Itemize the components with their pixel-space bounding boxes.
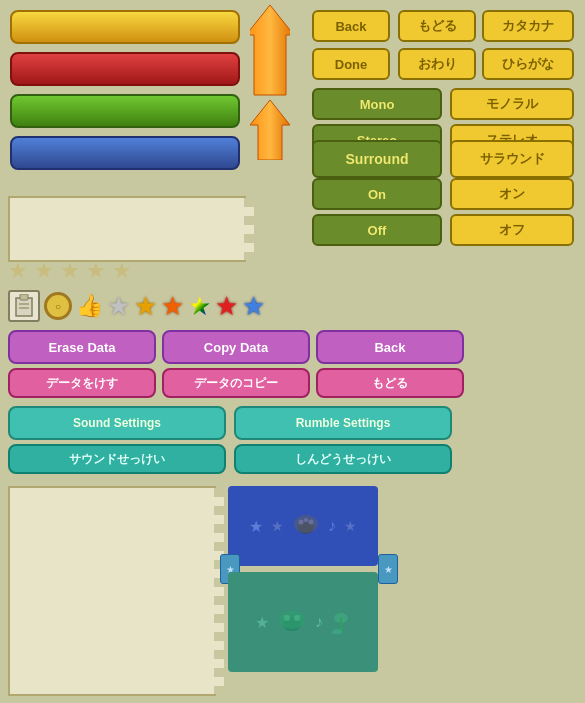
svg-point-10 (304, 518, 308, 522)
stars-row: ★ ★ ★ ★ ★ (8, 258, 132, 284)
notebook-top (8, 196, 246, 262)
thumbup-icon: 👍 (76, 293, 103, 319)
coin-icon: ○ (44, 292, 72, 320)
back-button[interactable]: Back (312, 10, 390, 42)
svg-rect-3 (20, 294, 28, 300)
modoru-button[interactable]: もどる (398, 10, 476, 42)
on-jp-button[interactable]: オン (450, 178, 574, 210)
blue-star-icon: ★ (242, 291, 265, 322)
deco-tab-right: ★ (378, 554, 398, 584)
svg-point-12 (279, 611, 305, 629)
copy-button[interactable]: Copy Data (162, 330, 310, 364)
svg-point-8 (299, 520, 304, 525)
copy-jp-button[interactable]: データのコピー (162, 368, 310, 398)
icons-row: ○ 👍 ★ ★ ★ ★ ★ ★ (8, 290, 265, 322)
erase-jp-button[interactable]: データをけす (8, 368, 156, 398)
back-action-button[interactable]: Back (316, 330, 464, 364)
star-3: ★ (60, 258, 80, 284)
sound-settings-button[interactable]: Sound Settings (8, 406, 226, 440)
mono-button[interactable]: Mono (312, 88, 442, 120)
rumble-settings-button[interactable]: Rumble Settings (234, 406, 452, 440)
gold-star-icon: ★ (134, 291, 157, 322)
svg-rect-2 (16, 298, 32, 316)
katakana-button[interactable]: カタカナ (482, 10, 574, 42)
erase-button[interactable]: Erase Data (8, 330, 156, 364)
surround-button[interactable]: Surround (312, 140, 442, 178)
deco-box-bottom: ★ ♪ (228, 572, 378, 672)
svg-point-9 (309, 520, 314, 525)
hiragana-button[interactable]: ひらがな (482, 48, 574, 80)
orange-star-icon: ★ (161, 291, 184, 322)
arrow-up-icon (250, 5, 290, 160)
green-bar (10, 94, 240, 128)
red-bar (10, 52, 240, 86)
done-button[interactable]: Done (312, 48, 390, 80)
sound-jp-button[interactable]: サウンドせっけい (8, 444, 226, 474)
surround-jp-button[interactable]: サラウンド (450, 140, 574, 178)
star-2: ★ (34, 258, 54, 284)
svg-point-13 (284, 615, 290, 621)
svg-marker-1 (250, 5, 290, 95)
star-4: ★ (86, 258, 106, 284)
red-star-icon: ★ (215, 291, 238, 322)
mono-jp-button[interactable]: モノラル (450, 88, 574, 120)
owari-button[interactable]: おわり (398, 48, 476, 80)
back-jp-button[interactable]: もどる (316, 368, 464, 398)
yellow-bar (10, 10, 240, 44)
notebook-jagged (244, 198, 254, 260)
rainbow-star-icon: ★ (188, 291, 211, 322)
notebook-bottom-jagged (214, 488, 224, 694)
rumble-jp-button[interactable]: しんどうせっけい (234, 444, 452, 474)
svg-point-7 (294, 515, 318, 533)
off-jp-button[interactable]: オフ (450, 214, 574, 246)
off-button[interactable]: Off (312, 214, 442, 246)
star-1: ★ (8, 258, 28, 284)
deco-box-top: ★ ★ ♪ ★ (228, 486, 378, 566)
blue-bar (10, 136, 240, 170)
svg-point-14 (294, 615, 300, 621)
clipboard-icon (8, 290, 40, 322)
on-button[interactable]: On (312, 178, 442, 210)
star-5: ★ (112, 258, 132, 284)
svg-marker-0 (250, 100, 290, 160)
notebook-bottom (8, 486, 216, 696)
silver-star-icon: ★ (107, 291, 130, 322)
